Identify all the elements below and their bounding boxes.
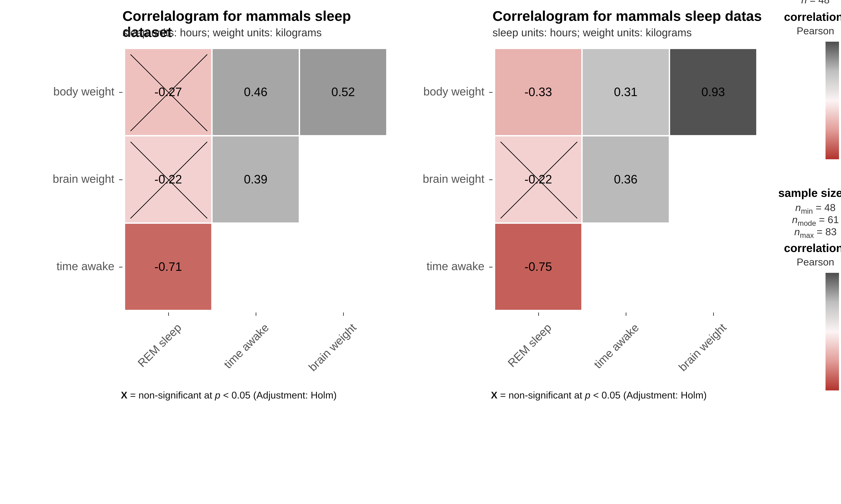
cell-value: 0.46 [244,85,268,99]
tick-mark [489,92,493,93]
cell-value: 0.93 [701,85,725,99]
cell-value: 0.31 [614,85,637,99]
legend-sample-sizes-title: sample sizes: [775,187,841,200]
cell-value: 0.39 [244,173,268,186]
legend-correlation-method: Pearson [775,256,841,268]
tick-mark [168,312,169,316]
caption-text: < 0.05 (Adjustment: Holm) [220,390,337,400]
heatmap-grid: -0.27 0.46 0.52 -0.22 0.39 -0.71 [124,48,387,310]
caption-text: = non-significant at [497,390,585,400]
legend-correlation-title: correlation: [775,242,841,255]
heatmap-cell: 0.31 [582,48,669,136]
y-axis-tick-label: time awake [40,260,114,273]
chart-subtitle: sleep units: hours; weight units: kilogr… [493,27,692,39]
caption-x-bold: X [491,390,497,400]
nonsignificant-cross-icon [495,137,583,224]
caption-text: < 0.05 (Adjustment: Holm) [590,390,707,400]
cell-value: -0.71 [154,260,182,274]
heatmap-cell: 0.93 [669,48,757,136]
heatmap-cell: -0.22 [124,136,212,223]
eq-text: = [807,0,818,5]
caption-text: = non-significant at [127,390,215,400]
correlogram-panel-right: Correlalogram for mammals sleep datase s… [370,0,767,504]
heatmap-grid: -0.33 0.31 0.93 -0.22 0.36 -0.75 [495,48,757,310]
tick-mark [343,312,344,316]
legend-correlation-method: Pearson [775,25,841,36]
cell-value: 0.52 [331,85,355,99]
tick-mark [626,312,627,316]
nonsignificant-cross-icon [125,137,212,224]
y-axis-tick-label: time awake [410,260,484,273]
colorbar [825,273,839,391]
x-axis-tick-label: REM sleep [493,321,554,383]
tick-mark [538,312,539,316]
tick-mark [119,92,122,93]
correlogram-panel-left: Correlalogram for mammals sleep dataset … [0,0,397,504]
chart-subtitle: sleep units: hours; weight units: kilogr… [122,27,322,39]
cell-value: -0.33 [525,85,552,99]
tick-mark [489,179,493,180]
n-value: 48 [819,0,830,5]
tick-mark [489,267,493,268]
x-axis-tick-label: time awake [210,321,272,383]
legend-n: n = 48 [775,0,841,5]
legend-column: sample sizes: n = 48 correlation: Pearso… [775,0,841,504]
cell-value: -0.75 [525,260,552,274]
chart-caption: X = non-significant at p < 0.05 (Adjustm… [451,390,747,400]
y-axis-tick-label: body weight [410,85,484,99]
chart-caption: X = non-significant at p < 0.05 (Adjustm… [81,390,377,400]
tick-mark [119,179,122,180]
legend-correlation-title: correlation: [775,11,841,24]
heatmap-cell: 0.39 [212,136,299,223]
colorbar [825,42,839,159]
x-axis-tick-label: brain weight [297,321,359,383]
heatmap-cell: -0.33 [495,48,582,136]
heatmap-cell: -0.75 [495,223,582,310]
x-axis-tick-label: REM sleep [123,321,185,383]
tick-mark [713,312,714,316]
cell-value: 0.36 [614,173,637,186]
x-axis-tick-label: time awake [580,321,642,383]
heatmap-cell: -0.22 [495,136,582,223]
legend-nmin: nmin = 48 [775,202,841,215]
heatmap-cell: 0.36 [582,136,669,223]
caption-p-italic: p [585,390,590,400]
tick-mark [256,312,256,316]
legend-nmax: nmax = 83 [775,226,841,239]
tick-mark [119,267,122,268]
caption-p-italic: p [215,390,220,400]
caption-x-bold: X [121,390,127,400]
n-italic: n [801,0,807,5]
legend-nmode: nmode = 61 [775,214,841,227]
nonsignificant-cross-icon [125,49,212,137]
chart-title: Correlalogram for mammals sleep datase [493,8,761,24]
y-axis-tick-label: body weight [40,85,114,99]
heatmap-cell: -0.27 [124,48,212,136]
y-axis-tick-label: brain weight [40,173,114,186]
x-axis-tick-label: brain weight [668,321,730,383]
heatmap-cell: -0.71 [124,223,212,310]
heatmap-cell: 0.46 [212,48,299,136]
y-axis-tick-label: brain weight [410,173,484,186]
